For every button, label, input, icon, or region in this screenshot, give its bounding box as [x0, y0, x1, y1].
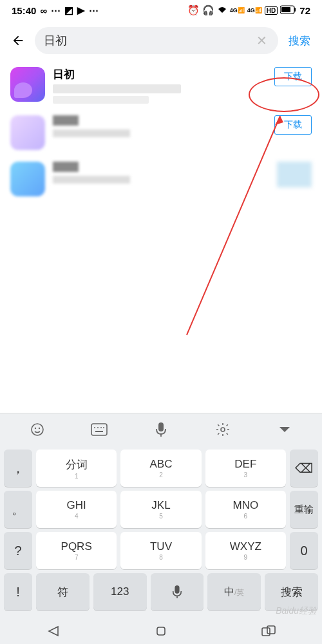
- key[interactable]: MNO6: [205, 491, 286, 528]
- hd-icon: HD: [265, 6, 278, 15]
- app-subtitle: [53, 176, 130, 184]
- status-time: 15:40: [12, 5, 36, 16]
- signal-4g-icon: 4G📶: [230, 7, 245, 14]
- dots-icon: ⋯: [51, 5, 61, 16]
- key[interactable]: 分词1: [36, 450, 117, 487]
- app-icon-2: ▶: [77, 5, 85, 16]
- alarm-icon: ⏰: [187, 5, 200, 16]
- backspace-key[interactable]: ⌫: [290, 450, 318, 487]
- key[interactable]: 123: [93, 573, 147, 611]
- key[interactable]: DEF3: [205, 450, 286, 487]
- search-box[interactable]: ✕: [35, 27, 278, 54]
- emoji-icon[interactable]: [26, 418, 49, 441]
- search-header: ✕ 搜索: [0, 21, 322, 61]
- svg-rect-17: [175, 585, 179, 594]
- download-button[interactable]: 下载: [274, 67, 312, 86]
- keyboard-toolbar: [0, 413, 322, 446]
- battery-icon: [280, 5, 297, 16]
- wifi-icon: [217, 5, 227, 16]
- status-bar: 15:40 ∞ ⋯ ◩ ▶ ⋯ ⏰ 🎧 4G📶 4G📶 HD 72: [0, 0, 322, 21]
- nav-recent-icon[interactable]: [260, 622, 278, 640]
- svg-rect-8: [91, 424, 107, 435]
- keyboard: ，分词1ABC2DEF3⌫。GHI4JKL5MNO6重输?PQRS7TUV8WX…: [0, 413, 322, 618]
- svg-rect-2: [281, 7, 290, 12]
- svg-point-16: [221, 428, 225, 431]
- app-name: 日初: [53, 67, 267, 82]
- result-item[interactable]: 下载: [10, 115, 312, 150]
- key[interactable]: 重输: [290, 491, 318, 528]
- svg-rect-19: [157, 627, 165, 635]
- nav-home-icon[interactable]: [152, 622, 170, 640]
- clear-icon[interactable]: ✕: [254, 33, 269, 48]
- app-subtitle: [53, 84, 181, 93]
- key[interactable]: !: [4, 573, 32, 611]
- signal-4g-icon-2: 4G📶: [247, 7, 262, 14]
- svg-rect-14: [158, 422, 164, 431]
- app-icon-1: ◩: [64, 5, 73, 16]
- svg-point-5: [32, 424, 43, 435]
- nav-back-icon[interactable]: [44, 622, 62, 640]
- svg-rect-13: [95, 431, 103, 432]
- key[interactable]: 符: [36, 573, 90, 611]
- key[interactable]: ，: [4, 450, 32, 487]
- result-item[interactable]: [10, 162, 312, 196]
- app-icon: [10, 67, 45, 102]
- key[interactable]: JKL5: [120, 491, 201, 528]
- app-meta: [53, 96, 149, 104]
- download-button[interactable]: 下载: [274, 115, 312, 135]
- key[interactable]: 0: [290, 532, 318, 569]
- keyboard-switch-icon[interactable]: [88, 418, 111, 441]
- app-icon: [10, 115, 45, 150]
- svg-point-7: [39, 428, 40, 429]
- app-name: [53, 162, 79, 172]
- svg-rect-21: [267, 626, 275, 634]
- key[interactable]: GHI4: [36, 491, 117, 528]
- key[interactable]: TUV8: [120, 532, 201, 569]
- watermark: Baidu经验: [276, 605, 317, 617]
- app-name: [53, 115, 79, 126]
- svg-point-11: [100, 427, 102, 428]
- collapse-icon[interactable]: [273, 418, 296, 441]
- key[interactable]: ABC2: [120, 450, 201, 487]
- app-subtitle: [53, 129, 130, 137]
- svg-rect-20: [262, 628, 270, 636]
- language-key[interactable]: 中/英: [207, 573, 261, 611]
- navigation-bar: [0, 618, 322, 644]
- results-list: 日初 下载 下载: [0, 61, 322, 214]
- svg-rect-1: [294, 8, 296, 12]
- search-action[interactable]: 搜索: [285, 33, 314, 48]
- svg-point-12: [103, 427, 104, 428]
- settings-icon[interactable]: [211, 418, 234, 441]
- voice-key[interactable]: [151, 573, 204, 611]
- svg-point-10: [97, 427, 99, 428]
- back-button[interactable]: [8, 30, 28, 51]
- search-input[interactable]: [44, 34, 254, 48]
- key[interactable]: ?: [4, 532, 32, 569]
- more-icon: ⋯: [89, 5, 99, 16]
- app-icon: [10, 162, 45, 196]
- key[interactable]: WXYZ9: [205, 532, 286, 569]
- svg-point-6: [35, 428, 36, 429]
- key[interactable]: 。: [4, 491, 32, 528]
- headphone-icon: 🎧: [202, 5, 214, 16]
- infinity-icon: ∞: [40, 5, 47, 16]
- voice-icon[interactable]: [149, 418, 173, 441]
- battery-level: 72: [299, 5, 310, 16]
- blurred-action: [277, 162, 312, 187]
- key[interactable]: PQRS7: [36, 532, 117, 569]
- svg-point-9: [94, 427, 95, 428]
- result-item[interactable]: 日初 下载: [10, 67, 312, 104]
